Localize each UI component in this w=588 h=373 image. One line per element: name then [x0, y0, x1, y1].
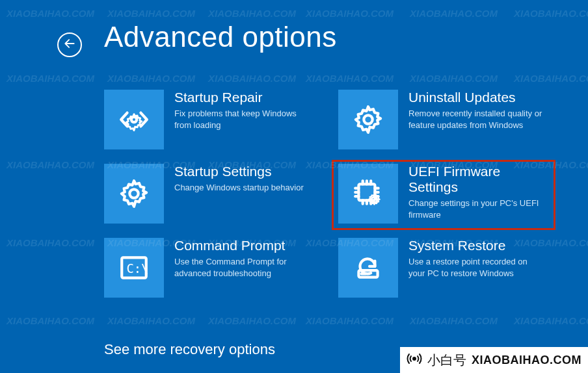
tile-text: UEFI Firmware SettingsChange settings in…: [408, 164, 545, 224]
tile-text: Startup RepairFix problems that keep Win…: [174, 90, 311, 149]
gear-icon: [338, 90, 398, 149]
svg-point-22: [413, 357, 416, 360]
tile-desc: Use the Command Prompt for advanced trou…: [174, 256, 311, 279]
tile-text: Uninstall UpdatesRemove recently install…: [408, 90, 545, 149]
tile-desc: Remove recently installed quality or fea…: [408, 108, 545, 131]
tile-system-restore[interactable]: System RestoreUse a restore point record…: [338, 238, 553, 298]
tile-uninstall-updates[interactable]: Uninstall UpdatesRemove recently install…: [338, 90, 553, 149]
tile-desc: Change settings in your PC's UEFI firmwa…: [408, 198, 545, 220]
tile-title: UEFI Firmware Settings: [408, 164, 545, 195]
tile-startup-repair[interactable]: Startup RepairFix problems that keep Win…: [104, 90, 319, 149]
tile-title: Startup Settings: [174, 164, 304, 179]
tile-desc: Fix problems that keep Windows from load…: [174, 108, 311, 131]
options-grid: Startup RepairFix problems that keep Win…: [104, 90, 553, 298]
tile-command-prompt[interactable]: C:\ Command PromptUse the Command Prompt…: [104, 238, 319, 298]
tile-uefi-firmware[interactable]: UEFI Firmware SettingsChange settings in…: [338, 164, 553, 224]
tile-title: Command Prompt: [174, 238, 311, 253]
tile-title: System Restore: [408, 238, 545, 253]
back-button[interactable]: [57, 32, 82, 57]
see-more-link[interactable]: See more recovery options: [104, 341, 275, 358]
advanced-options-page: Advanced options Startup RepairFix probl…: [0, 0, 588, 373]
badge-cn: 小白号: [427, 352, 466, 369]
tile-text: Startup SettingsChange Windows startup b…: [174, 164, 304, 224]
back-arrow-icon: [63, 37, 76, 53]
terminal-icon: C:\: [104, 238, 164, 298]
svg-point-2: [364, 115, 372, 123]
tile-desc: Change Windows startup behavior: [174, 182, 304, 194]
svg-text:C:\: C:\: [127, 262, 149, 276]
tile-text: System RestoreUse a restore point record…: [408, 238, 545, 298]
tile-text: Command PromptUse the Command Prompt for…: [174, 238, 311, 298]
tile-title: Uninstall Updates: [408, 90, 545, 105]
tile-desc: Use a restore point recorded on your PC …: [408, 256, 545, 279]
code-gear-icon: [104, 90, 164, 149]
page-title: Advanced options: [104, 21, 337, 53]
source-badge: 小白号 XIAOBAIHAO.COM: [400, 347, 588, 373]
svg-point-3: [129, 189, 138, 198]
chip-gear-icon: [338, 164, 398, 224]
tile-title: Startup Repair: [174, 90, 311, 105]
restore-icon: [338, 238, 398, 298]
broadcast-icon: [407, 351, 422, 369]
badge-en: XIAOBAIHAO.COM: [472, 354, 581, 367]
tile-startup-settings[interactable]: Startup SettingsChange Windows startup b…: [104, 164, 319, 224]
gear-icon: [104, 164, 164, 224]
